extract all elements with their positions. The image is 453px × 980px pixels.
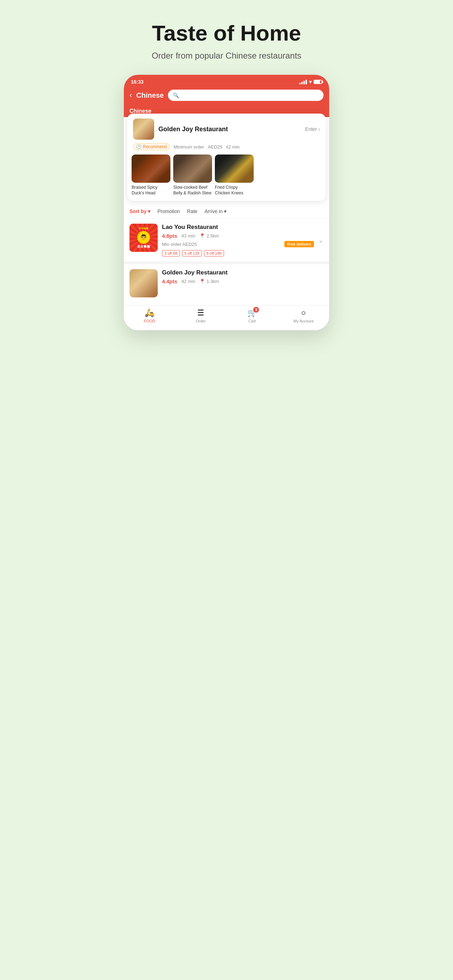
golden-joy-distance: 📍 1.3km [199,279,219,284]
featured-meta-row: 🕐 Recommend Minimum order AED25 42 min [127,143,326,153]
bottom-nav: 🛵 FOOD ☰ Order 🛒 9 Cart ○ My Account [124,305,329,330]
filter-rate[interactable]: Rate [187,208,197,214]
nav-account[interactable]: ○ My Account [278,308,329,323]
food-item-chicken[interactable]: Fried Crispy Chicken Knees [215,154,254,196]
lao-you-distance: 📍 2.5km [199,233,219,239]
nav-bar: ‹ Chinese 🔍 [124,87,329,105]
battery-icon [314,80,322,84]
nav-order[interactable]: ☰ Order [175,308,227,323]
featured-card: Golden Joy Restaurant Enter › 🕐 Recommen… [127,114,326,201]
golden-joy-name: Golden Joy Restaurant [162,269,324,276]
search-icon: 🔍 [173,92,179,98]
order-icon: ☰ [197,308,204,318]
restaurant-list: 早中晚餐 👨 老友餐廳 Lao You Restaurant 4.8pts [124,219,329,302]
status-bar: 16:33 ▾ [124,75,329,87]
featured-restaurant-info: Golden Joy Restaurant [158,126,301,133]
lao-you-thumb: 早中晚餐 👨 老友餐廳 [129,224,158,252]
min-order-label: Minimum order AED25 [173,144,222,150]
promo-tag-3: 8 off 188 [204,250,224,256]
lao-you-min-order: Min order AED25 [162,242,197,247]
lao-you-time: 43 min [181,233,195,239]
nav-cart[interactable]: 🛒 9 Cart [227,308,278,323]
food-items-row: Braised Spicy Duck's Head Slow-cooked Be… [127,153,326,201]
food-icon: 🛵 [145,308,154,318]
list-item-lao-you[interactable]: 早中晚餐 👨 老友餐廳 Lao You Restaurant 4.8pts [124,219,329,261]
cart-badge: 9 [253,307,259,313]
signal-icon [299,80,307,84]
search-bar[interactable]: 🔍 [168,90,324,101]
food-label-duck: Braised Spicy Duck's Head [132,185,170,196]
status-time: 16:33 [131,79,144,85]
sort-button[interactable]: Sort by ▾ [129,208,150,214]
phone-mockup: 16:33 ▾ ‹ Chinese [124,75,329,330]
nav-food[interactable]: 🛵 FOOD [124,308,175,323]
food-label-chicken: Fried Crispy Chicken Knees [215,185,254,196]
featured-thumb [133,119,154,140]
nav-food-label: FOOD [144,319,155,323]
page-headline: Taste of Home [124,21,329,45]
filter-promotion[interactable]: Promotion [157,208,180,214]
lao-you-free-delivery: Free delivery [285,241,314,247]
expand-button-1[interactable]: ⌄ [318,236,324,244]
golden-joy-pts: 4.4pts [162,278,177,284]
cart-icon: 🛒 9 [247,308,257,318]
nav-account-label: My Account [294,319,314,323]
lao-you-name: Lao You Restaurant [162,224,314,231]
page-subheadline: Order from popular Chinese restaurants [124,51,329,60]
featured-restaurant-name: Golden Joy Restaurant [158,126,301,133]
golden-joy-thumb [129,269,158,298]
food-item-duck[interactable]: Braised Spicy Duck's Head [132,154,170,196]
golden-joy-time: 42 min [181,279,195,284]
lao-you-promo-tags: 3 off 88 5 off 128 8 off 188 [162,250,314,256]
back-button[interactable]: ‹ [129,91,132,100]
wifi-icon: ▾ [309,79,312,85]
sort-bar: Sort by ▾ Promotion Rate Arrive in ▾ [124,204,329,219]
list-item-golden-joy[interactable]: Golden Joy Restaurant 4.4pts 42 min 📍 1.… [124,264,329,302]
enter-button[interactable]: Enter › [305,126,320,132]
promo-tag-1: 3 off 88 [162,250,180,256]
status-icons: ▾ [299,79,322,85]
nav-title: Chinese [136,91,164,99]
food-item-beef[interactable]: Slow-cooked Beef Belly & Radish Stew [173,154,212,196]
account-icon: ○ [301,308,306,318]
lao-you-pts: 4.8pts [162,233,177,239]
promo-tag-2: 5 off 128 [182,250,202,256]
page-wrapper: Taste of Home Order from popular Chinese… [113,0,340,490]
nav-cart-label: Cart [248,319,256,323]
restaurant-header: Golden Joy Restaurant Enter › [127,114,326,143]
filter-arrive[interactable]: Arrive in ▾ [205,208,227,214]
featured-time: 42 min [226,144,240,150]
nav-order-label: Order [196,319,206,323]
food-label-beef: Slow-cooked Beef Belly & Radish Stew [173,185,212,196]
phone-top: 16:33 ▾ ‹ Chinese [124,75,329,117]
recommend-badge: 🕐 Recommend [133,143,170,150]
